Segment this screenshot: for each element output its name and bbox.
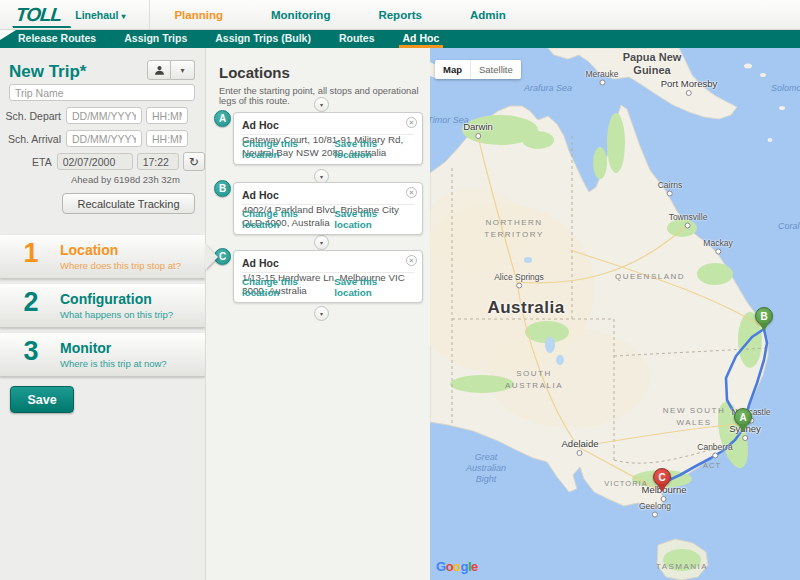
subnav-assign-trips-bulk[interactable]: Assign Trips (Bulk) xyxy=(201,30,325,48)
locations-panel: Locations Enter the starting point, all … xyxy=(205,48,430,580)
stop-card-b[interactable]: ✕ Ad Hoc 4002/4 Parkland Blvd, Brisbane … xyxy=(233,182,423,235)
subnav-assign-trips[interactable]: Assign Trips xyxy=(110,30,201,48)
refresh-eta-button[interactable]: ↻ xyxy=(183,152,205,171)
map-marker-a[interactable]: A xyxy=(734,408,752,426)
step-title: Location xyxy=(60,242,118,258)
trip-name-input[interactable] xyxy=(9,84,195,101)
recalculate-tracking-button[interactable]: Recalculate Tracking xyxy=(62,193,195,214)
step-title: Monitor xyxy=(60,340,111,356)
eta-date-value xyxy=(57,153,133,170)
stop-links: Change this location Save this location xyxy=(242,204,414,230)
map-button[interactable]: Map xyxy=(435,60,470,79)
person-icon xyxy=(154,65,165,76)
satellite-button[interactable]: Satellite xyxy=(470,60,521,79)
chevron-down-icon: ▾ xyxy=(121,12,125,21)
depart-time-input[interactable] xyxy=(146,107,188,124)
stop-links: Change this location Save this location xyxy=(242,134,414,160)
top-bar: TOLL Linehaul▾ Planning Monitoring Repor… xyxy=(0,0,800,30)
remove-stop-icon[interactable]: ✕ xyxy=(406,117,417,128)
insert-stop-button[interactable]: ▾ xyxy=(314,306,329,321)
save-location-link[interactable]: Save this location xyxy=(334,138,414,160)
eta-ahead-text: Ahead by 6198d 23h 32m xyxy=(71,174,180,185)
arrival-date-input[interactable] xyxy=(66,130,142,147)
step-configuration[interactable]: 2 Configuration What happens on this tri… xyxy=(0,284,205,328)
change-location-link[interactable]: Change this location xyxy=(242,138,334,160)
stop-card-c[interactable]: ✕ Ad Hoc 1/13-15 Hardware Ln, Melbourne … xyxy=(233,250,423,303)
page-title: New Trip* xyxy=(9,62,86,82)
top-nav-admin[interactable]: Admin xyxy=(446,9,530,21)
remove-stop-icon[interactable]: ✕ xyxy=(406,187,417,198)
subnav-release-routes[interactable]: Release Routes xyxy=(4,30,110,48)
top-nav: Planning Monitoring Reports Admin xyxy=(149,0,529,29)
save-button[interactable]: Save xyxy=(10,386,74,413)
eta-row: ETA ↻ xyxy=(0,152,205,171)
subnav-routes[interactable]: Routes xyxy=(325,30,389,48)
top-nav-monitoring[interactable]: Monitoring xyxy=(247,9,354,21)
step-location[interactable]: 1 Location Where does this trip stop at? xyxy=(0,235,205,279)
step-subtitle: Where does this trip stop at? xyxy=(60,260,181,271)
google-logo[interactable]: Google xyxy=(436,559,478,574)
map-canvas[interactable]: Papua New GuineaPort MoresbyMeraukeSolom… xyxy=(430,48,800,580)
depart-row: Sch. Depart xyxy=(0,106,205,125)
context-dropdown[interactable]: Linehaul▾ xyxy=(75,9,125,21)
arrival-label: Sch. Arrival xyxy=(0,133,66,145)
stop-badge-a: A xyxy=(214,110,231,127)
save-location-link[interactable]: Save this location xyxy=(334,276,414,298)
eta-label: ETA xyxy=(0,156,57,168)
insert-stop-button[interactable]: ▾ xyxy=(314,235,329,250)
step-number: 2 xyxy=(14,287,48,318)
step-number: 1 xyxy=(14,238,48,269)
save-location-link[interactable]: Save this location xyxy=(334,208,414,230)
arrival-time-input[interactable] xyxy=(146,130,188,147)
sub-nav: Release Routes Assign Trips Assign Trips… xyxy=(0,30,800,48)
insert-stop-button[interactable]: ▾ xyxy=(314,97,329,112)
step-subtitle: What happens on this trip? xyxy=(60,309,173,320)
step-monitor[interactable]: 3 Monitor Where is this trip at now? xyxy=(0,333,205,377)
change-location-link[interactable]: Change this location xyxy=(242,208,334,230)
top-nav-reports[interactable]: Reports xyxy=(354,9,445,21)
stop-links: Change this location Save this location xyxy=(242,272,414,298)
map-marker-c[interactable]: C xyxy=(653,468,671,486)
stop-badge-b: B xyxy=(214,180,231,197)
map-marker-b[interactable]: B xyxy=(755,307,773,325)
new-trip-panel: New Trip* ▾ Sch. Depart Sch. Arrival ETA… xyxy=(0,48,205,580)
locations-title: Locations xyxy=(219,64,290,81)
step-title: Configuration xyxy=(60,291,152,307)
step-subtitle: Where is this trip at now? xyxy=(60,358,167,369)
stop-card-a[interactable]: ✕ Ad Hoc Gateway Court, 10/81-91 Militar… xyxy=(233,112,423,165)
toll-logo: TOLL xyxy=(15,4,63,26)
top-nav-planning[interactable]: Planning xyxy=(150,9,247,21)
wizard-steps: 1 Location Where does this trip stop at?… xyxy=(0,235,205,382)
depart-label: Sch. Depart xyxy=(0,110,66,122)
split-caret-button[interactable]: ▾ xyxy=(171,60,195,80)
arrival-row: Sch. Arrival xyxy=(0,129,205,148)
step-number: 3 xyxy=(14,336,48,367)
stop-title: Ad Hoc xyxy=(242,189,414,201)
map-type-control: Map Satellite xyxy=(435,60,521,79)
person-icon-button[interactable] xyxy=(147,60,171,80)
stop-title: Ad Hoc xyxy=(242,119,414,131)
subnav-ad-hoc[interactable]: Ad Hoc xyxy=(389,30,454,48)
driver-split-button: ▾ xyxy=(147,60,195,80)
refresh-icon: ↻ xyxy=(189,156,199,168)
remove-stop-icon[interactable]: ✕ xyxy=(406,255,417,266)
stop-title: Ad Hoc xyxy=(242,257,414,269)
depart-date-input[interactable] xyxy=(66,107,142,124)
change-location-link[interactable]: Change this location xyxy=(242,276,334,298)
eta-time-value xyxy=(137,153,179,170)
map-terrain xyxy=(430,48,800,580)
